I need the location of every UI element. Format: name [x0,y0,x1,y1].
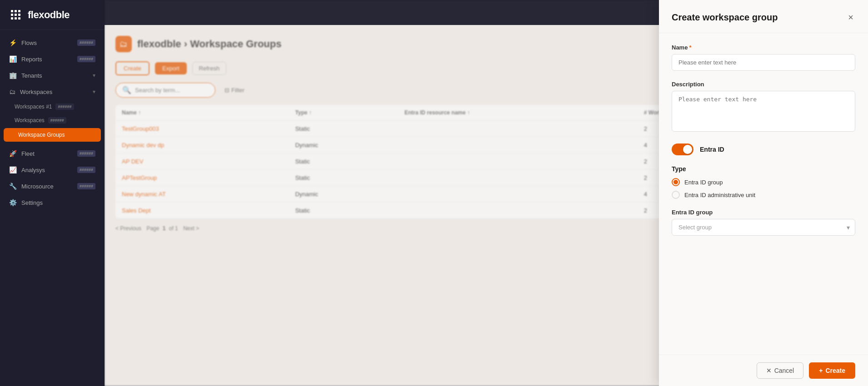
radio-circle-entra-group [672,178,680,186]
sidebar-label-microsource: Microsource [21,183,73,190]
main-area: R 🗂 flexodble › Workspace Groups Create … [105,0,868,386]
create-panel: Create workspace group × Name * Descript… [659,0,868,386]
submit-create-button[interactable]: + Create [809,362,855,379]
sidebar-item-settings[interactable]: ⚙️ Settings [0,194,105,211]
row-name[interactable]: AP DEV [115,153,289,170]
col-entra[interactable]: Entra ID resource name ↑ [398,105,638,121]
sidebar-badge-analysys: ###### [77,167,95,173]
refresh-button[interactable]: Refresh [192,62,227,75]
search-input[interactable] [135,87,209,94]
logo-grid-icon [9,8,22,21]
sidebar-nav: ⚡ Flows ###### 📊 Reports ###### 🏢 Tenant… [0,30,105,386]
description-label: Description [672,81,855,88]
col-type[interactable]: Type ↑ [289,105,398,121]
search-bar[interactable]: 🔍 [115,83,215,98]
radio-entra-id-admin[interactable]: Entra ID administrative unit [672,191,855,199]
sidebar: flexodble ⚡ Flows ###### 📊 Reports #####… [0,0,105,386]
pagination: < Previous Page 1 of 1 Next > [115,225,199,232]
app-name: flexodble [28,9,70,21]
sidebar-item-tenants[interactable]: 🏢 Tenants ▾ [0,67,105,84]
entra-group-select[interactable]: Select group [672,219,855,236]
row-entra [398,170,638,186]
app-logo: flexodble [0,0,105,30]
page-label: Page [146,225,159,232]
sidebar-item-fleet[interactable]: 🚀 Fleet ###### [0,145,105,162]
page-number: 1 [163,225,166,232]
cancel-button[interactable]: ✕ Cancel [757,362,804,379]
entra-id-toggle[interactable] [672,144,693,155]
row-type: Static [289,203,398,219]
row-type: Dynamic [289,186,398,203]
sidebar-sub-workspaces-all[interactable]: Workspaces #1 ###### [0,100,105,114]
sidebar-item-microsource[interactable]: 🔧 Microsource ###### [0,178,105,194]
row-type: Static [289,121,398,137]
entra-id-label: Entra ID [700,146,724,153]
panel-header: Create workspace group × [659,0,868,33]
row-name[interactable]: New dynamic AT [115,186,289,203]
create-button[interactable]: Create [115,61,150,75]
name-input[interactable] [672,54,855,71]
sidebar-item-analysys[interactable]: 📈 Analysys ###### [0,162,105,178]
row-entra [398,137,638,153]
sidebar-badge-flows: ###### [77,40,95,46]
row-name[interactable]: Sales Dept [115,203,289,219]
sidebar-item-workspaces[interactable]: 🗂 Workspaces ▾ [0,84,105,100]
type-heading: Type [672,165,855,173]
row-type: Dynamic [289,137,398,153]
required-indicator: * [689,44,691,51]
row-name[interactable]: Dynamic dev dp [115,137,289,153]
filter-icon: ⊟ [224,87,229,94]
row-name[interactable]: TestGroup003 [115,121,289,137]
entra-id-toggle-row: Entra ID [672,144,855,155]
radio-entra-id-group[interactable]: Entra ID group [672,178,855,186]
entra-group-select-label: Entra ID group [672,209,855,216]
sidebar-label-workspaces: Workspaces [20,89,88,95]
sidebar-sub-workspace-groups[interactable]: Workspace Groups [4,128,101,142]
row-type: Static [289,170,398,186]
page-title: flexodble › Workspace Groups [137,38,281,50]
search-icon: 🔍 [122,86,131,94]
row-entra [398,121,638,137]
sidebar-label-settings: Settings [21,199,95,206]
type-section: Type Entra ID group Entra ID administrat… [672,165,855,199]
sidebar-badge-microsource: ###### [77,183,95,189]
row-entra [398,186,638,203]
sidebar-badge-reports: ###### [77,56,95,62]
sidebar-label-fleet: Fleet [21,150,73,157]
page-of: of 1 [169,225,178,232]
sidebar-sub-badge-workspaces-2: ###### [48,117,66,124]
entra-group-select-group: Entra ID group Select group ▾ [672,209,855,236]
panel-close-button[interactable]: × [846,11,855,24]
row-entra [398,203,638,219]
sidebar-sub-label-workspaces-2: Workspaces [15,117,45,124]
name-field-group: Name * [672,44,855,71]
filter-button[interactable]: ⊟ Filter [224,87,244,94]
row-entra [398,153,638,170]
row-type: Static [289,153,398,170]
panel-title: Create workspace group [672,12,778,23]
row-name[interactable]: APTestGroup [115,170,289,186]
sidebar-item-reports[interactable]: 📊 Reports ###### [0,51,105,67]
plus-icon: + [819,367,823,374]
sidebar-sub-label-workspaces-all: Workspaces #1 [15,104,52,110]
sidebar-item-flows[interactable]: ⚡ Flows ###### [0,35,105,51]
panel-footer: ✕ Cancel + Create [659,355,868,386]
radio-label-entra-group: Entra ID group [684,179,723,186]
toggle-slider [672,144,693,155]
description-field-group: Description [672,81,855,134]
sidebar-sub-label-workspace-groups: Workspace Groups [18,132,65,138]
prev-button[interactable]: < Previous [115,225,141,232]
export-button[interactable]: Export [155,62,187,74]
sidebar-sub-badge-workspaces-all: ###### [55,104,74,110]
panel-body: Name * Description Entra ID Type [659,33,868,355]
next-button[interactable]: Next > [183,225,199,232]
sidebar-label-reports: Reports [21,56,73,63]
sidebar-label-analysys: Analysys [21,167,73,173]
description-input[interactable] [672,91,855,132]
sidebar-sub-workspaces-2[interactable]: Workspaces ###### [0,114,105,127]
create-label: Create [825,367,845,374]
col-name[interactable]: Name ↑ [115,105,289,121]
page-icon: 🗂 [115,36,132,52]
select-wrapper: Select group ▾ [672,219,855,236]
radio-circle-entra-admin [672,191,680,199]
